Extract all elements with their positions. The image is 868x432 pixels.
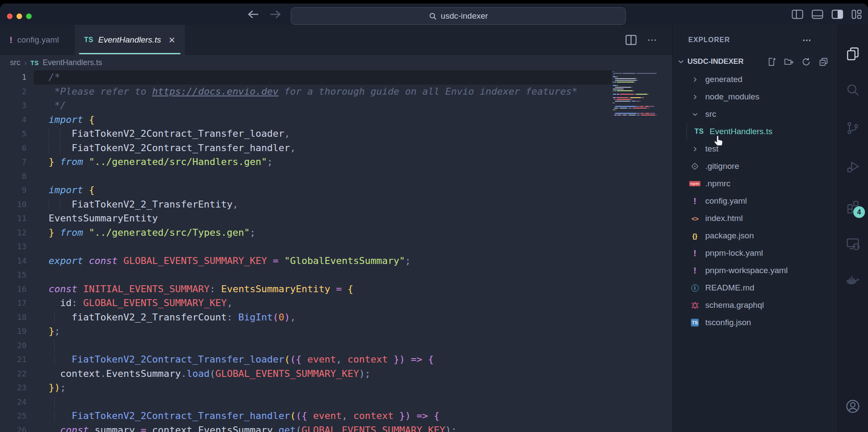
line-number[interactable]: 22 (0, 367, 26, 381)
code-line-11[interactable]: 11EventsSummaryEntity (0, 211, 672, 226)
close-tab-icon[interactable]: ✕ (168, 35, 175, 45)
line-number[interactable]: 1 (0, 70, 26, 85)
source-control-icon[interactable] (845, 120, 861, 136)
tree-file-.gitignore[interactable]: .gitignore (673, 158, 837, 175)
code-line-6[interactable]: 6 FiatTokenV2_2Contract_Transfer_handler… (0, 141, 672, 155)
code-line-10[interactable]: 10 FiatTokenV2_2_TransferEntity, (0, 198, 672, 212)
tree-folder-generated[interactable]: generated (673, 71, 837, 88)
line-number[interactable]: 26 (0, 423, 26, 432)
tree-file-index.html[interactable]: <>index.html (673, 210, 837, 227)
panel-right-filled-icon[interactable] (832, 10, 843, 19)
line-number[interactable]: 25 (0, 409, 26, 423)
zoom-window-button[interactable] (26, 13, 32, 19)
line-number[interactable]: 21 (0, 353, 26, 367)
minimap[interactable] (612, 71, 657, 116)
collapse-all-icon[interactable] (819, 57, 829, 67)
minimize-window-button[interactable] (16, 13, 22, 19)
extensions-icon[interactable]: 4 (845, 198, 861, 215)
tree-file-package.json[interactable]: {}package.json (673, 227, 837, 244)
line-number[interactable]: 4 (0, 113, 26, 127)
line-number[interactable]: 6 (0, 141, 26, 155)
new-file-icon[interactable] (766, 57, 776, 67)
code-line-3[interactable]: 3 */ (0, 99, 672, 113)
close-window-button[interactable] (7, 13, 13, 19)
line-number[interactable]: 12 (0, 226, 26, 240)
tab-EventHandlers.ts[interactable]: TSEventHandlers.ts✕ (75, 25, 185, 55)
panel-bottom-icon[interactable] (812, 10, 823, 19)
tree-folder-src[interactable]: src (673, 106, 837, 123)
tree-folder-test[interactable]: test (673, 140, 837, 158)
workspace-section-header[interactable]: USDC-INDEXER (673, 53, 837, 71)
code-line-14[interactable]: 14export const GLOBAL_EVENTS_SUMMARY_KEY… (0, 254, 672, 268)
code-line-18[interactable]: 18 fiatTokenV2_2_TransferCount: BigInt(0… (0, 310, 672, 325)
tree-file-pnpm-lock.yaml[interactable]: !pnpm-lock.yaml (673, 244, 837, 262)
back-icon[interactable] (247, 9, 260, 20)
code-line-23[interactable]: 23}); (0, 381, 672, 395)
line-number[interactable]: 5 (0, 127, 26, 141)
tree-file-config.yaml[interactable]: !config.yaml (673, 192, 837, 210)
code-line-15[interactable]: 15 (0, 268, 672, 282)
code-line-4[interactable]: 4import { (0, 113, 672, 127)
new-folder-icon[interactable] (784, 57, 794, 67)
split-editor-icon[interactable] (625, 35, 637, 45)
code-line-8[interactable]: 8 (0, 169, 672, 184)
tree-folder-node_modules[interactable]: node_modules (673, 88, 837, 106)
breadcrumb-folder[interactable]: src (10, 58, 20, 67)
line-number[interactable]: 10 (0, 198, 26, 212)
code-editor[interactable]: 1/*2 *Please refer to https://docs.envio… (0, 70, 672, 432)
code-line-9[interactable]: 9import { (0, 183, 672, 198)
line-number[interactable]: 3 (0, 99, 26, 113)
code-line-17[interactable]: 17 id: GLOBAL_EVENTS_SUMMARY_KEY, (0, 296, 672, 310)
code-line-19[interactable]: 19}; (0, 324, 672, 339)
line-number[interactable]: 2 (0, 85, 26, 99)
code-line-16[interactable]: 16const INITIAL_EVENTS_SUMMARY: EventsSu… (0, 282, 672, 297)
code-line-7[interactable]: 7} from "../generated/src/Handlers.gen"; (0, 155, 672, 169)
code-line-25[interactable]: 25 FiatTokenV2_2Contract_Transfer_handle… (0, 409, 672, 423)
code-line-13[interactable]: 13 (0, 240, 672, 254)
more-actions-icon[interactable]: ⋯ (647, 34, 658, 46)
line-number[interactable]: 19 (0, 324, 26, 339)
line-number[interactable]: 23 (0, 381, 26, 395)
line-number[interactable]: 16 (0, 282, 26, 297)
breadcrumb-file[interactable]: EventHandlers.ts (43, 58, 102, 67)
forward-icon[interactable] (269, 9, 282, 20)
explorer-more-icon[interactable]: ⋯ (802, 35, 812, 45)
tree-file-schema.graphql[interactable]: schema.graphql (673, 297, 837, 314)
tree-file-.npmrc[interactable]: npm.npmrc (673, 175, 837, 192)
command-center-search[interactable]: usdc-indexer (291, 7, 626, 25)
tree-file-tsconfig.json[interactable]: TStsconfig.json (673, 314, 837, 331)
code-line-26[interactable]: 26 const summary = context.EventsSummary… (0, 423, 672, 432)
code-line-5[interactable]: 5 FiatTokenV2_2Contract_Transfer_loader, (0, 127, 672, 141)
tree-file-README.md[interactable]: iREADME.md (673, 279, 837, 297)
docker-icon[interactable] (845, 272, 861, 289)
line-number[interactable]: 15 (0, 268, 26, 282)
code-line-2[interactable]: 2 *Please refer to https://docs.envio.de… (0, 85, 672, 99)
code-line-22[interactable]: 22 context.EventsSummary.load(GLOBAL_EVE… (0, 367, 672, 381)
layout-customize-icon[interactable] (852, 10, 862, 19)
tree-file-EventHandlers.ts[interactable]: TSEventHandlers.ts (673, 123, 837, 140)
remote-explorer-icon[interactable] (845, 235, 861, 252)
search-icon[interactable] (845, 82, 861, 98)
code-line-24[interactable]: 24 (0, 395, 672, 409)
explorer-icon[interactable] (845, 46, 861, 62)
breadcrumb[interactable]: src › TS EventHandlers.ts (0, 55, 672, 70)
refresh-icon[interactable] (801, 57, 811, 67)
line-number[interactable]: 11 (0, 211, 26, 226)
line-number[interactable]: 8 (0, 169, 26, 184)
line-number[interactable]: 18 (0, 310, 26, 325)
line-number[interactable]: 17 (0, 296, 26, 310)
panel-left-icon[interactable] (792, 10, 803, 19)
tree-file-pnpm-workspace.yaml[interactable]: !pnpm-workspace.yaml (673, 262, 837, 279)
line-number[interactable]: 14 (0, 254, 26, 268)
line-number[interactable]: 20 (0, 339, 26, 353)
code-line-21[interactable]: 21 FiatTokenV2_2Contract_Transfer_loader… (0, 353, 672, 367)
line-number[interactable]: 24 (0, 395, 26, 409)
line-number[interactable]: 7 (0, 155, 26, 169)
code-line-20[interactable]: 20 (0, 339, 672, 353)
account-icon[interactable] (845, 398, 861, 415)
line-number[interactable]: 13 (0, 240, 26, 254)
tab-config.yaml[interactable]: !config.yaml (0, 25, 69, 55)
code-line-12[interactable]: 12} from "../generated/src/Types.gen"; (0, 226, 672, 240)
run-debug-icon[interactable] (845, 158, 861, 175)
line-number[interactable]: 9 (0, 183, 26, 198)
